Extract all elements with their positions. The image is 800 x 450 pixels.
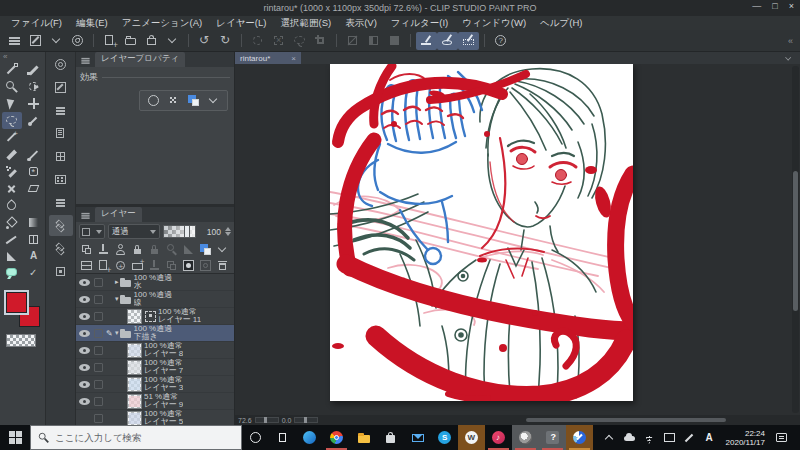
blend-mode-dropdown[interactable]: 通過	[108, 224, 160, 239]
document-canvas[interactable]	[330, 64, 633, 401]
toolbar-button[interactable]	[194, 32, 215, 50]
taskbar-app[interactable]	[512, 425, 539, 450]
toolbar-button[interactable]	[141, 32, 162, 50]
layer-row[interactable]: ✎ ▾ 100 %通過 線	[76, 291, 234, 308]
layer-tool-button[interactable]	[197, 258, 213, 272]
layer-tool-button[interactable]	[214, 242, 230, 256]
taskbar-app[interactable]	[323, 425, 350, 450]
layer-row[interactable]: ✎ 100 %通常 レイヤー 5	[76, 410, 234, 425]
layer-row[interactable]: ✎ ▾ 100 %通過 下描き	[76, 325, 234, 342]
tool-button[interactable]	[2, 112, 22, 129]
layer-tool-button[interactable]	[163, 242, 179, 256]
panel-menu-icon[interactable]	[81, 211, 91, 221]
taskbar-app[interactable]	[404, 425, 431, 450]
visibility-eye-icon[interactable]	[79, 293, 91, 305]
layer-tool-button[interactable]	[197, 242, 213, 256]
menu-item[interactable]: 選択範囲(S)	[273, 16, 338, 30]
toolbar-button[interactable]	[458, 32, 479, 50]
toolbar-button[interactable]	[342, 32, 363, 50]
layer-tool-button[interactable]	[146, 258, 162, 272]
start-button[interactable]	[0, 425, 30, 450]
toolbar-button[interactable]	[363, 32, 384, 50]
opacity-slider[interactable]	[163, 225, 196, 238]
toolbar-button[interactable]	[247, 32, 268, 50]
tray-icon[interactable]	[602, 431, 617, 444]
main-color-swatch[interactable]	[6, 292, 27, 313]
tray-icon[interactable]	[682, 431, 697, 444]
dock-button[interactable]	[49, 77, 73, 98]
layer-row[interactable]: ✎ 100 %通常 レイヤー 3	[76, 376, 234, 393]
layer-thumbnail[interactable]	[127, 360, 142, 375]
visibility-eye-icon[interactable]	[79, 310, 91, 322]
taskbar-app[interactable]	[539, 425, 566, 450]
visibility-eye-icon[interactable]	[79, 361, 91, 373]
tool-button[interactable]	[24, 248, 44, 265]
layer-tool-button[interactable]	[78, 242, 94, 256]
layer-tool-button[interactable]	[129, 258, 145, 272]
tool-button[interactable]	[2, 248, 22, 265]
tray-icon[interactable]	[642, 431, 657, 444]
tool-button[interactable]	[24, 78, 44, 95]
layer-checkbox[interactable]	[94, 363, 103, 372]
tool-button[interactable]	[24, 163, 44, 180]
taskbar-app[interactable]	[377, 425, 404, 450]
dock-button[interactable]	[49, 123, 73, 144]
tool-button[interactable]	[2, 214, 22, 231]
tab-layers[interactable]: レイヤー	[95, 207, 142, 222]
tool-button[interactable]	[24, 231, 44, 248]
layer-tool-button[interactable]	[78, 258, 94, 272]
toolbar-button[interactable]	[289, 32, 310, 50]
toolbar-button[interactable]	[484, 34, 485, 47]
layer-checkbox[interactable]	[94, 414, 103, 423]
visibility-eye-icon[interactable]	[79, 395, 91, 407]
toolbar-button[interactable]	[46, 32, 67, 50]
layer-tool-button[interactable]	[146, 242, 162, 256]
tool-button[interactable]	[2, 265, 22, 282]
tool-button[interactable]	[24, 95, 44, 112]
transparent-color-swatch[interactable]	[6, 334, 36, 347]
layer-color-icon[interactable]	[187, 94, 200, 107]
layer-tool-button[interactable]	[163, 258, 179, 272]
taskbar-app[interactable]	[458, 425, 485, 450]
tool-button[interactable]	[24, 214, 44, 231]
toolbar-button[interactable]	[241, 34, 242, 47]
toolbar-button[interactable]	[490, 32, 511, 50]
layer-tool-button[interactable]	[95, 242, 111, 256]
tool-button[interactable]	[24, 265, 44, 282]
toolbar-button[interactable]	[410, 34, 411, 47]
dock-button[interactable]	[49, 169, 73, 190]
tool-button[interactable]	[24, 146, 44, 163]
menu-item[interactable]: フィルター(I)	[384, 16, 455, 30]
horizontal-scrollbar-thumb[interactable]	[526, 418, 726, 422]
layer-row[interactable]: ✎ 100 %通常 レイヤー 11	[76, 308, 234, 325]
taskbar-clock[interactable]: 22:24 2020/11/17	[722, 429, 769, 447]
layer-row[interactable]: ✎ 100 %通常 レイヤー 7	[76, 359, 234, 376]
zoom-slider[interactable]	[255, 417, 279, 423]
taskbar-app[interactable]	[296, 425, 323, 450]
tab-layer-properties[interactable]: レイヤープロパティ	[95, 52, 185, 67]
layer-tool-button[interactable]	[180, 258, 196, 272]
dock-button[interactable]	[49, 238, 73, 259]
tool-button[interactable]	[2, 146, 22, 163]
tool-button[interactable]	[24, 61, 44, 78]
dock-button[interactable]	[49, 215, 73, 236]
tool-button[interactable]	[2, 78, 22, 95]
menu-item[interactable]: 編集(E)	[69, 16, 115, 30]
toolbar-button[interactable]	[25, 32, 46, 50]
maximize-button[interactable]: □	[772, 1, 777, 11]
menu-item[interactable]: ウィンドウ(W)	[455, 16, 533, 30]
layer-thumbnail[interactable]	[127, 377, 142, 392]
horizontal-scrollbar[interactable]	[321, 417, 797, 423]
layer-tool-button[interactable]	[112, 258, 128, 272]
tool-button[interactable]	[24, 197, 44, 214]
menu-item[interactable]: アニメーション(A)	[115, 16, 210, 30]
tool-button[interactable]	[24, 112, 44, 129]
palette-color-dropdown[interactable]	[79, 224, 105, 239]
tool-button[interactable]	[24, 180, 44, 197]
tool-button[interactable]	[2, 231, 22, 248]
layer-row[interactable]: ✎ ▸ 100 %通過 水	[76, 274, 234, 291]
vertical-scrollbar[interactable]	[792, 66, 799, 413]
toolbar-button[interactable]	[4, 32, 25, 50]
layer-thumbnail[interactable]	[127, 309, 142, 324]
rotation-slider[interactable]	[294, 417, 318, 423]
